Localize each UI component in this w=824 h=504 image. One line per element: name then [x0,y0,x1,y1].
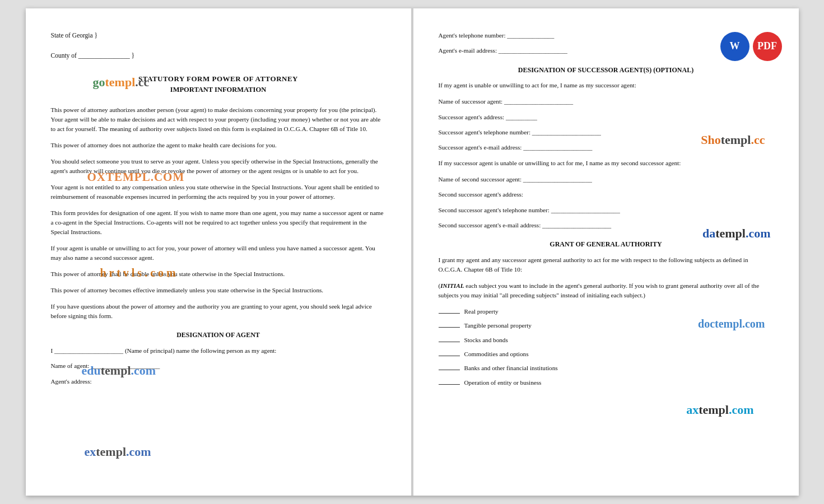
second-successor-name: Name of second successor agent: ________… [439,175,774,184]
successor-agent-title: DESIGNATION OF SUCCESSOR AGENT(S) (OPTIO… [439,65,774,76]
paragraph-2: This power of attorney does not authoriz… [51,141,386,150]
subject-stocks-bonds: Stocks and bonds [439,335,774,345]
banks-blank [439,370,460,370]
page-right: W PDF Shotempl.cc datempl.com doctempl.c… [413,8,799,496]
grant-section: I grant my agent and any successor agent… [439,255,774,388]
pdf-icon[interactable]: PDF [753,32,782,61]
stocks-bonds-label: Stocks and bonds [464,335,508,345]
doc-title-section: STATUTORY FORM POWER OF ATTORNEY IMPORTA… [51,73,386,96]
successor-phone-field: Successor agent's telephone number: ____… [439,128,774,137]
operation-blank [439,384,460,385]
county-text: County of ________________ } [51,52,135,59]
paragraph-5: This form provides for designation of on… [51,208,386,237]
document-container: gotempl.cc OXTEMPL.COM h r t v l s . c o… [26,8,799,496]
successor-name-field: Name of successor agent: _______________… [439,97,774,106]
subject-tangible-property: Tangible personal property [439,321,774,330]
second-successor-phone: Second successor agent's telephone numbe… [439,206,774,215]
paragraph-8: This power of attorney becomes effective… [51,286,386,295]
second-successor-intro: If my successor agent is unable or unwil… [439,158,774,168]
paragraph-7: This power of attorney shall be durable … [51,269,386,279]
pdf-icon-label: PDF [757,39,777,54]
grant-instruction: (INITIAL each subject you want to includ… [439,281,774,300]
agent-address-label: Agent's address: [51,378,92,385]
successor-address-field: Successor agent's address: __________ [439,113,774,122]
watermark-axtempl: axtempl.com [686,400,753,419]
word-icon-label: W [730,39,740,54]
paragraph-9: If you have questions about the power of… [51,302,386,321]
subject-commodities: Commodities and options [439,349,774,359]
paragraph-1: This power of attorney authorizes anothe… [51,105,386,134]
second-successor-email: Second successor agent's e-mail address:… [439,221,774,230]
paragraph-4: Your agent is not entitled to any compen… [51,183,386,202]
banks-label: Banks and other financial institutions [464,363,558,373]
stocks-bonds-blank [439,342,460,342]
operation-label: Operation of entity or business [464,378,542,388]
page-left: gotempl.cc OXTEMPL.COM h r t v l s . c o… [26,8,411,496]
tangible-property-label: Tangible personal property [464,321,532,330]
real-property-blank [439,313,460,314]
doc-title: STATUTORY FORM POWER OF ATTORNEY [51,73,386,85]
watermark-extempl: extempl.com [85,442,151,461]
initial-bold: INITIAL [440,282,464,289]
commodities-label: Commodities and options [464,349,529,359]
icons-container: W PDF [720,32,782,61]
subject-banks: Banks and other financial institutions [439,363,774,373]
subject-operation: Operation of entity or business [439,378,774,388]
state-text: State of Georgia } [51,32,98,39]
county-line: County of ________________ } [51,51,386,61]
doc-subtitle: IMPORTANT INFORMATION [51,85,386,95]
successor-email-field: Successor agent's e-mail address: ______… [439,143,774,152]
commodities-blank [439,356,460,356]
paragraph-3: You should select someone you trust to s… [51,157,386,176]
successor-intro: If my agent is unable or unwilling to ac… [439,81,774,90]
tangible-property-blank [439,327,460,328]
grant-intro: I grant my agent and any successor agent… [439,255,774,274]
grant-title: GRANT OF GENERAL AUTHORITY [439,239,774,250]
second-successor-address: Second successor agent's address: [439,190,774,199]
subject-real-property: Real property [439,307,774,316]
state-line: State of Georgia } [51,31,386,41]
principal-line: I ______________________ (Name of princi… [51,346,386,356]
agent-address-line: Agent's address: [51,377,386,386]
agent-name-line: Name of agent: ______________________ [51,361,386,371]
paragraph-6: If your agent is unable or unwilling to … [51,244,386,263]
word-icon[interactable]: W [720,32,749,61]
real-property-label: Real property [464,307,499,316]
designation-agent-title: DESIGNATION OF AGENT [51,330,386,340]
